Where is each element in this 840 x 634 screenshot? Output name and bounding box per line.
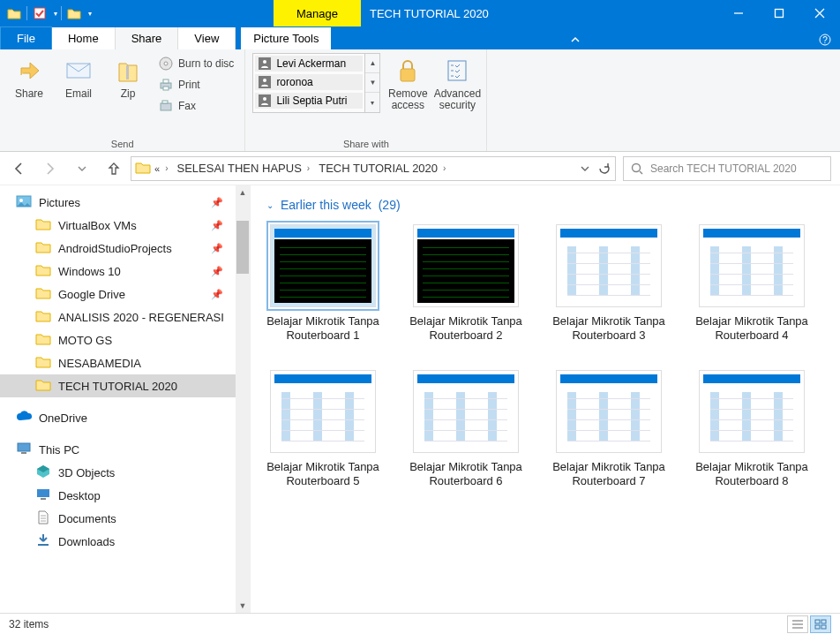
file-item[interactable]: Belajar Mikrotik Tanpa Routerboard 4 (695, 224, 808, 343)
details-view-button[interactable] (787, 615, 808, 633)
item-count: 32 items (9, 618, 49, 630)
zip-icon (114, 57, 142, 85)
print-button[interactable]: Print (155, 76, 237, 94)
nav-folder[interactable]: TECH TUTORIAL 2020 (0, 374, 236, 397)
pin-icon: 📌 (211, 266, 223, 277)
search-icon (631, 162, 643, 175)
svg-rect-2 (776, 10, 784, 18)
scroll-down-icon[interactable]: ▼ (365, 73, 379, 93)
nav-label: AndroidStudioProjects (58, 242, 172, 255)
chevron-down-icon[interactable]: ▾ (54, 10, 57, 18)
zip-button[interactable]: Zip (106, 53, 150, 100)
nav-folder[interactable]: VirtualBox VMs📌 (0, 214, 236, 237)
tab-view[interactable]: View (178, 27, 236, 49)
minimize-button[interactable] (718, 0, 759, 26)
nav-folder[interactable]: Google Drive📌 (0, 283, 236, 306)
scroll-thumb[interactable] (236, 221, 249, 274)
svg-rect-28 (41, 498, 46, 500)
refresh-button[interactable] (597, 162, 611, 176)
advanced-security-button[interactable]: Advanced security (435, 53, 479, 111)
svg-rect-15 (162, 101, 168, 103)
share-user-list[interactable]: Levi Ackerman roronoa Lili Septia Putri (252, 53, 365, 113)
nav-scrollbar[interactable]: ▲ ▼ (236, 185, 250, 613)
chevron-down-icon[interactable]: ▾ (88, 10, 92, 18)
fax-icon (159, 99, 173, 113)
nav-pictures[interactable]: Pictures📌 (0, 191, 236, 214)
nav-folder[interactable]: NESABAMEDIA (0, 351, 236, 374)
file-item[interactable]: Belajar Mikrotik Tanpa Routerboard 1 (266, 224, 379, 343)
breadcrumb-current[interactable]: TECH TUTORIAL 2020› (319, 162, 451, 175)
file-name: Belajar Mikrotik Tanpa Routerboard 3 (552, 314, 665, 343)
svg-point-24 (19, 199, 23, 202)
tab-picture-tools[interactable]: Picture Tools (241, 27, 331, 49)
nav-label: Google Drive (58, 288, 125, 301)
expand-icon[interactable]: ▾ (365, 93, 379, 112)
context-tab-manage[interactable]: Manage (274, 0, 361, 26)
thumbnails-view-button[interactable] (810, 615, 831, 633)
back-button[interactable] (9, 159, 28, 178)
tab-share[interactable]: Share (116, 27, 179, 49)
print-icon (159, 78, 173, 92)
nav-pc-item[interactable]: 3D Objects (0, 461, 236, 484)
folder-icon (135, 161, 151, 177)
thumbnail (413, 370, 519, 453)
folder-icon (65, 4, 83, 22)
nav-onedrive[interactable]: OneDrive (0, 406, 236, 429)
share-user[interactable]: Levi Ackerman (255, 56, 363, 72)
nav-folder[interactable]: Windows 10📌 (0, 260, 236, 283)
tab-home[interactable]: Home (52, 27, 116, 49)
person-icon (259, 57, 271, 70)
share-button[interactable]: Share (7, 53, 51, 100)
file-name: Belajar Mikrotik Tanpa Routerboard 8 (695, 460, 808, 489)
scroll-down-icon[interactable]: ▼ (239, 599, 247, 613)
share-user[interactable]: roronoa (255, 74, 363, 90)
fax-button[interactable]: Fax (155, 97, 237, 115)
recent-locations-button[interactable] (72, 159, 92, 178)
thumbnail (699, 370, 805, 453)
tab-file[interactable]: File (0, 26, 52, 49)
share-user[interactable]: Lili Septia Putri (255, 93, 363, 109)
file-item[interactable]: Belajar Mikrotik Tanpa Routerboard 8 (695, 370, 808, 489)
nav-folder[interactable]: MOTO GS (0, 328, 236, 351)
pin-icon: 📌 (211, 289, 223, 300)
nav-folder[interactable]: AndroidStudioProjects📌 (0, 237, 236, 260)
folder-icon (35, 286, 51, 302)
burn-to-disc-button[interactable]: Burn to disc (155, 55, 237, 72)
search-placeholder: Search TECH TUTORIAL 2020 (650, 162, 797, 175)
collapse-ribbon-button[interactable] (560, 30, 590, 49)
file-item[interactable]: Belajar Mikrotik Tanpa Routerboard 6 (409, 370, 522, 489)
help-button[interactable]: ? (819, 30, 840, 49)
nav-this-pc[interactable]: This PC (0, 438, 236, 461)
folder-icon (35, 355, 51, 371)
remove-access-button[interactable]: Remove access (386, 53, 430, 111)
forward-button[interactable] (41, 159, 60, 178)
scroll-up-icon[interactable]: ▲ (239, 185, 247, 200)
pin-icon: 📌 (211, 220, 223, 231)
ribbon-group-share-with: Levi Ackerman roronoa Lili Septia Putri … (245, 49, 487, 151)
share-icon (15, 57, 43, 85)
scroll-up-icon[interactable]: ▲ (365, 54, 379, 73)
maximize-button[interactable] (759, 0, 799, 26)
nav-pc-item[interactable]: Desktop (0, 484, 236, 507)
nav-pc-item[interactable]: Downloads (0, 530, 236, 553)
email-icon (64, 57, 93, 85)
checkbox-icon[interactable] (31, 4, 49, 22)
close-button[interactable] (799, 0, 840, 26)
up-button[interactable] (104, 159, 124, 178)
file-item[interactable]: Belajar Mikrotik Tanpa Routerboard 3 (552, 224, 665, 343)
search-input[interactable]: Search TECH TUTORIAL 2020 (623, 156, 831, 181)
address-dropdown-button[interactable] (580, 163, 590, 174)
folder-icon (35, 217, 51, 233)
svg-point-18 (263, 97, 266, 101)
address-bar[interactable]: «› SELESAI THEN HAPUS› TECH TUTORIAL 202… (131, 156, 616, 181)
file-item[interactable]: Belajar Mikrotik Tanpa Routerboard 2 (409, 224, 522, 343)
breadcrumb-parent[interactable]: SELESAI THEN HAPUS› (176, 162, 315, 175)
file-grid: Belajar Mikrotik Tanpa Routerboard 1Bela… (266, 224, 824, 488)
email-button[interactable]: Email (56, 53, 101, 100)
file-item[interactable]: Belajar Mikrotik Tanpa Routerboard 5 (266, 370, 379, 489)
nav-pc-item[interactable]: Documents (0, 507, 236, 530)
nav-folder[interactable]: ANALISIS 2020 - REGENERASI (0, 306, 236, 328)
breadcrumb-overflow[interactable]: «› (154, 163, 173, 174)
file-item[interactable]: Belajar Mikrotik Tanpa Routerboard 7 (552, 370, 665, 489)
group-header[interactable]: ⌄ Earlier this week (29) (266, 198, 824, 212)
